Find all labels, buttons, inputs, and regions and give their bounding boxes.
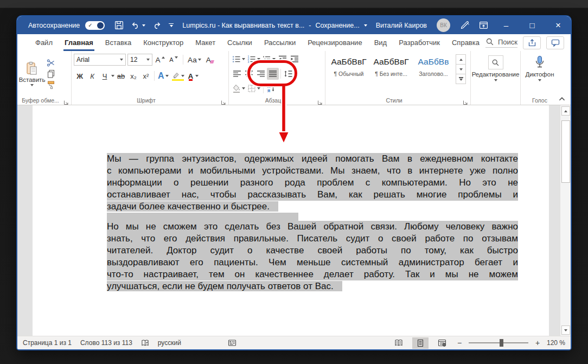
zoom-in-button[interactable]: +	[534, 339, 541, 347]
document-page[interactable]: Мы — группа энтузиастов, одержимых идеей…	[33, 105, 549, 336]
read-mode-button[interactable]	[391, 337, 407, 349]
redo-button[interactable]	[152, 21, 162, 30]
align-left-button[interactable]	[231, 68, 243, 80]
comments-button[interactable]	[546, 36, 564, 49]
page-count[interactable]: Страница 1 из 1	[23, 339, 72, 347]
shading-button[interactable]	[231, 82, 246, 94]
text-line[interactable]: выздоравливают его пациенты. Чем меньше …	[107, 257, 518, 269]
format-painter-icon[interactable]	[47, 80, 55, 89]
tab-layout[interactable]: Макет	[189, 34, 221, 51]
show-formatting-marks-button[interactable]: ¶	[277, 82, 289, 94]
clipboard-dialog-launcher-icon[interactable]	[63, 98, 69, 103]
clear-formatting-button[interactable]: А	[204, 54, 216, 66]
minimize-button[interactable]: –	[498, 18, 514, 33]
tab-help[interactable]: Справка	[446, 34, 485, 51]
shrink-font-button[interactable]: А	[168, 54, 180, 66]
chevron-down-icon[interactable]	[364, 24, 367, 27]
close-button[interactable]: ×	[550, 18, 566, 33]
highlight-button[interactable]	[170, 70, 186, 82]
tab-references[interactable]: Ссылки	[221, 34, 258, 51]
align-center-button[interactable]	[243, 68, 255, 80]
avatar[interactable]: ВК	[437, 18, 450, 32]
style-no-spacing[interactable]: АаБбВвГ ¶ Без инте...	[370, 54, 412, 84]
tab-design[interactable]: Конструктор	[137, 34, 189, 51]
multilevel-list-button[interactable]	[261, 53, 277, 65]
paragraph-dialog-launcher-icon[interactable]	[317, 98, 323, 103]
tab-developer[interactable]: Разработчик	[393, 34, 446, 51]
text-line[interactable]: Мы — группа энтузиастов, одержимых идеей…	[107, 153, 518, 165]
change-case-button[interactable]: Аа	[187, 54, 202, 66]
align-right-button[interactable]	[255, 68, 267, 80]
zoom-out-button[interactable]: −	[456, 339, 463, 347]
tab-home[interactable]: Главная	[59, 34, 99, 51]
text-line[interactable]: знать, что его действия правильные. Писа…	[107, 233, 518, 245]
borders-button[interactable]	[246, 82, 261, 94]
share-button[interactable]	[523, 36, 541, 49]
text-line[interactable]: задачи более качественно и быстрее.	[107, 201, 518, 213]
bold-button[interactable]: Ж	[74, 70, 86, 82]
styles-more-button[interactable]	[456, 74, 465, 84]
tab-view[interactable]: Вид	[368, 34, 393, 51]
word-count[interactable]: Слово 113 из 113	[80, 339, 132, 347]
styles-dialog-launcher-icon[interactable]	[463, 98, 468, 103]
editing-button[interactable]: Редактирование	[473, 53, 518, 95]
font-color-button[interactable]: А	[186, 70, 200, 82]
bullets-button[interactable]	[231, 53, 246, 65]
language-button[interactable]: русский	[158, 339, 181, 347]
proofing-button[interactable]	[141, 339, 149, 347]
scroll-up-button[interactable]	[561, 106, 570, 116]
collapse-ribbon-button[interactable]	[558, 95, 566, 103]
document-text[interactable]: Мы — группа энтузиастов, одержимых идеей…	[107, 153, 518, 292]
text-line[interactable]: с компьютерами и мобильными устройствами…	[107, 165, 518, 177]
text-line[interactable]: улучшаться, если не будем получать ответ…	[107, 280, 518, 292]
style-normal[interactable]: АаБбВвГ ¶ Обычный	[328, 54, 369, 84]
subscript-button[interactable]: x₂	[127, 70, 139, 82]
zoom-slider[interactable]	[469, 342, 528, 343]
grow-font-button[interactable]: А	[154, 54, 166, 66]
ribbon-display-options-icon[interactable]	[479, 21, 488, 30]
zoom-slider-thumb[interactable]	[500, 339, 503, 347]
text-line[interactable]: информации о решении разного рода пробле…	[107, 177, 518, 189]
save-status[interactable]: Сохранение...	[316, 22, 360, 29]
scroll-down-button[interactable]	[561, 325, 570, 335]
italic-button[interactable]: К	[86, 70, 98, 82]
underline-button[interactable]: Ч	[99, 70, 111, 82]
tab-insert[interactable]: Вставка	[99, 34, 137, 51]
decrease-indent-button[interactable]	[277, 53, 289, 65]
search-input[interactable]: Поиск	[485, 37, 517, 48]
scrollbar-thumb[interactable]	[561, 120, 570, 183]
text-line[interactable]: останавливает нас, чтобы рассказывать Ва…	[107, 189, 518, 201]
text-line[interactable]: читателей. Доктор судит о качестве своей…	[107, 245, 518, 257]
autosave-toggle[interactable]: ✓	[85, 21, 105, 30]
paste-button[interactable]: Вставить	[20, 53, 44, 95]
dictate-button[interactable]: Диктофон	[523, 53, 557, 95]
font-dialog-launcher-icon[interactable]	[221, 98, 226, 103]
font-name-combo[interactable]: Arial	[74, 54, 126, 66]
increase-indent-button[interactable]	[289, 53, 301, 65]
undo-button[interactable]	[131, 21, 145, 30]
styles-scroll-down-button[interactable]	[456, 65, 465, 74]
sort-button[interactable]: АЯ	[265, 82, 277, 94]
tab-mailings[interactable]: Рассылки	[258, 34, 302, 51]
justify-button[interactable]	[267, 68, 279, 80]
selected-empty-line[interactable]	[107, 213, 298, 221]
maximize-button[interactable]: □	[524, 18, 540, 33]
vertical-scrollbar[interactable]	[560, 105, 571, 336]
text-line[interactable]: Но мы не сможем это сделать без Вашей об…	[107, 221, 518, 233]
print-layout-button[interactable]	[412, 337, 429, 349]
text-line[interactable]: что-то настраивает, тем он качественнее …	[107, 269, 518, 280]
chevron-down-icon[interactable]	[111, 75, 114, 77]
pen-icon[interactable]	[460, 21, 469, 30]
macro-record-icon[interactable]	[228, 339, 237, 347]
copy-icon[interactable]	[47, 69, 55, 78]
zoom-level[interactable]: 120 %	[547, 339, 565, 347]
line-spacing-button[interactable]	[283, 68, 298, 80]
style-heading1[interactable]: АаБбВв Заголово...	[413, 54, 454, 84]
customize-quick-access-button[interactable]	[169, 23, 174, 28]
user-name[interactable]: Виталий Каиров	[376, 22, 427, 29]
styles-scroll-up-button[interactable]	[456, 55, 465, 65]
web-layout-button[interactable]	[434, 337, 450, 349]
cut-icon[interactable]	[47, 59, 55, 67]
numbering-button[interactable]: 123	[246, 53, 261, 65]
text-effects-button[interactable]: А	[157, 70, 170, 82]
